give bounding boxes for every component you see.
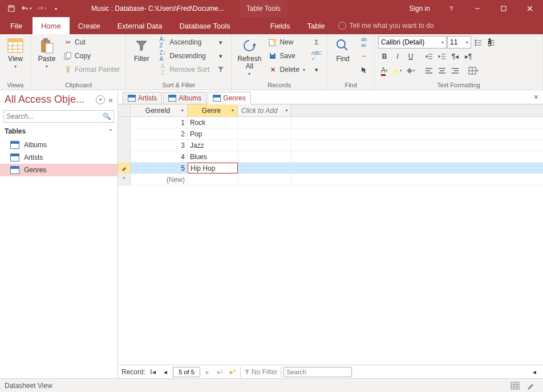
align-left-button[interactable] — [423, 64, 435, 77]
cell-empty[interactable] — [238, 151, 291, 162]
goto-button[interactable]: → — [357, 50, 371, 62]
replace-button[interactable]: abac — [357, 36, 371, 49]
table-row[interactable]: 5Hip Hop — [118, 163, 543, 174]
cell-empty[interactable] — [238, 117, 291, 128]
refresh-all-button[interactable]: Refresh All ▾ — [235, 36, 264, 78]
close-tab-button[interactable]: × — [534, 92, 538, 102]
bullets-button[interactable] — [472, 36, 484, 49]
increase-indent-button[interactable] — [436, 50, 448, 63]
nav-group-tables[interactable]: Tables ⌃ — [0, 124, 117, 139]
cell-empty[interactable] — [238, 174, 291, 185]
save-icon[interactable] — [5, 2, 18, 15]
cell-empty[interactable] — [238, 140, 291, 151]
paste-button[interactable]: Paste ▾ — [35, 36, 59, 70]
next-record-button[interactable]: ▸ — [202, 367, 213, 377]
highlight-button[interactable]: ▾ — [391, 64, 404, 77]
bold-button[interactable]: B — [378, 50, 391, 63]
column-header-add[interactable]: Click to Add▾ — [238, 104, 291, 116]
cell-genreid[interactable]: 2 — [131, 128, 188, 139]
column-header-genre[interactable]: Genre▾ — [188, 104, 238, 116]
ltr-button[interactable]: ¶◂ — [449, 50, 461, 63]
align-right-button[interactable] — [449, 64, 461, 77]
numbering-button[interactable]: 123 — [485, 36, 497, 49]
close-button[interactable] — [517, 0, 543, 17]
help-icon[interactable]: ? — [438, 0, 464, 17]
row-selector[interactable] — [118, 140, 131, 151]
cell-genreid[interactable]: 4 — [131, 151, 188, 162]
rtl-button[interactable]: ▸¶ — [462, 50, 475, 63]
advanced-filter-button[interactable]: ▾ — [214, 50, 228, 62]
sign-in-link[interactable]: Sign in — [401, 5, 438, 13]
select-button[interactable] — [357, 63, 371, 76]
tab-home[interactable]: Home — [33, 17, 70, 34]
maximize-button[interactable] — [491, 0, 517, 17]
undo-icon[interactable]: ▾ — [19, 2, 33, 15]
toggle-filter-button[interactable] — [214, 63, 228, 76]
tab-create[interactable]: Create — [70, 17, 109, 34]
tab-database-tools[interactable]: Database Tools — [171, 17, 238, 34]
tab-table[interactable]: Table — [299, 17, 334, 34]
decrease-indent-button[interactable] — [423, 50, 435, 63]
more-records-button[interactable]: ▾ — [310, 63, 323, 76]
cell-genreid[interactable]: 5 — [131, 163, 188, 173]
chevron-down-icon[interactable]: ▾ — [232, 108, 234, 113]
redo-icon[interactable]: ▾ — [34, 2, 48, 15]
datasheet-view-btn[interactable] — [508, 380, 522, 391]
cell-genre[interactable]: Blues — [188, 151, 238, 162]
minimize-button[interactable] — [464, 0, 491, 17]
row-selector[interactable]: * — [118, 174, 131, 185]
hscroll-left[interactable]: ◂ — [529, 367, 540, 377]
nav-item-genres[interactable]: Genres — [0, 164, 117, 176]
fill-color-button[interactable]: ▾ — [404, 64, 417, 77]
cell-genre[interactable] — [188, 174, 238, 185]
column-header-genreid[interactable]: GenreId▾ — [131, 104, 188, 116]
new-record-button[interactable]: New — [266, 36, 307, 49]
row-selector[interactable] — [118, 128, 131, 139]
table-row[interactable]: 3Jazz — [118, 140, 543, 151]
copy-button[interactable]: Copy — [61, 50, 122, 62]
nav-search-box[interactable]: 🔍 — [3, 110, 114, 123]
sort-ascending-button[interactable]: A↓ZAscending — [156, 36, 212, 49]
cell-genre[interactable]: Hip Hop — [188, 163, 238, 173]
format-painter-button[interactable]: Format Painter — [61, 63, 122, 76]
tell-me-search[interactable]: Tell me what you want to do — [334, 17, 434, 34]
nav-category-dropdown[interactable]: ▾ — [96, 95, 105, 104]
nav-item-albums[interactable]: Albums — [0, 139, 117, 151]
design-view-btn[interactable] — [524, 380, 538, 391]
last-record-button[interactable]: ▸I — [215, 367, 225, 377]
cell-genreid[interactable]: 1 — [131, 117, 188, 128]
cell-genreid[interactable]: (New) — [131, 174, 188, 185]
nav-pane-title[interactable]: All Access Obje... — [5, 94, 92, 106]
delete-record-button[interactable]: ✕Delete▾ — [266, 63, 307, 76]
row-selector[interactable] — [118, 117, 131, 128]
select-all-cell[interactable] — [118, 104, 131, 116]
tab-fields[interactable]: Fields — [262, 17, 299, 34]
cut-button[interactable]: ✂Cut — [61, 36, 122, 49]
align-center-button[interactable] — [436, 64, 448, 77]
nav-item-artists[interactable]: Artists — [0, 151, 117, 164]
tab-external-data[interactable]: External Data — [109, 17, 171, 34]
record-search-input[interactable] — [283, 367, 352, 377]
spelling-button[interactable]: ABC✓ — [310, 50, 323, 62]
cell-genre[interactable]: Rock — [188, 117, 238, 128]
view-button[interactable]: View ▾ — [3, 36, 27, 70]
prev-record-button[interactable]: ◂ — [160, 367, 171, 377]
doctab-albums[interactable]: Albums — [163, 92, 206, 104]
doctab-artists[interactable]: Artists — [123, 92, 162, 104]
gridlines-button[interactable]: ▾ — [467, 64, 480, 77]
row-selector[interactable] — [118, 151, 131, 162]
first-record-button[interactable]: I◂ — [148, 367, 158, 377]
table-row[interactable]: 1Rock — [118, 117, 543, 128]
tab-file[interactable]: File — [0, 17, 33, 34]
chevron-down-icon[interactable]: ▾ — [181, 108, 184, 113]
filter-button[interactable]: Filter — [129, 36, 153, 64]
font-combo[interactable]: Calibri (Detail)▾ — [378, 36, 447, 49]
table-row[interactable]: 4Blues — [118, 151, 543, 163]
italic-button[interactable]: I — [391, 50, 404, 63]
selection-filter-button[interactable]: ▾ — [214, 36, 228, 49]
cell-empty[interactable] — [238, 163, 291, 173]
chevron-down-icon[interactable]: ▾ — [285, 108, 287, 113]
doctab-genres[interactable]: Genres — [208, 92, 250, 104]
font-color-button[interactable]: A▾ — [378, 64, 391, 77]
find-button[interactable]: Find — [331, 36, 355, 64]
